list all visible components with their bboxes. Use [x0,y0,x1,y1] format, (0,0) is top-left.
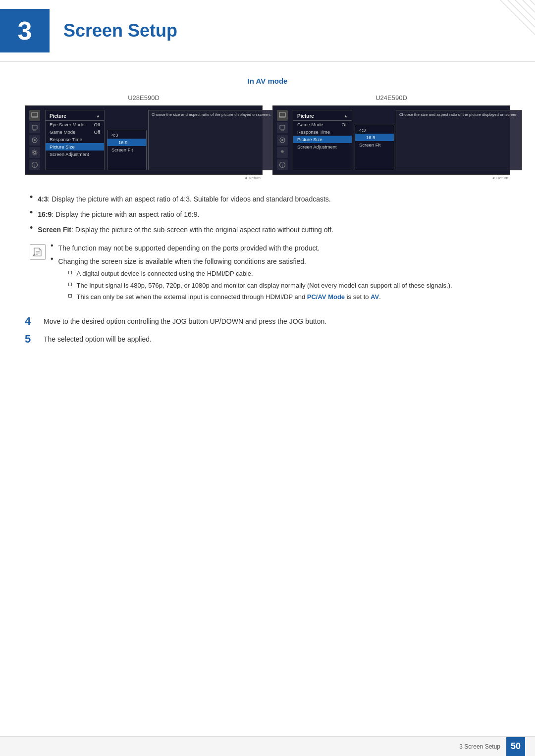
svg-point-10 [34,139,36,141]
osd-right-icon-info: i [277,159,288,170]
svg-line-1 [508,0,535,27]
osd-sub-43: 4:3 [107,131,146,139]
osd-item-eye-saver: Eye Saver ModeOff [46,121,104,128]
osd-sub-screenfit: Screen Fit [107,146,146,153]
osd-item-picture-size: Picture Size [46,143,104,151]
osd-right-item-game-mode: Game ModeOff [293,121,352,128]
note-item-2: • Changing the screen size is available … [51,256,510,304]
step-4-text: Move to the desired option controlling t… [44,315,326,327]
note-content: • The function may not be supported depe… [51,243,510,307]
osd-right-item-response-time: Response Time [293,128,352,136]
page-title: Screen Setup [63,20,177,41]
osd-icon-display [29,122,40,133]
page-footer: 3 Screen Setup 50 [0,736,535,756]
osd-right-sub-screenfit: Screen Fit [355,141,394,149]
footer-text: 3 Screen Setup [459,743,500,750]
osd-right-bottom: ◄ Return [272,176,510,180]
osd-right-submenu: 4:3 ✓16:9 Screen Fit [355,125,394,170]
osd-right-item-picture-size: Picture Size [293,136,352,143]
note-icon [30,244,46,260]
monitor-left-label: U28E590D [25,94,263,101]
osd-right-sidebar: i [277,110,291,170]
osd-icon-settings [29,147,40,158]
chapter-number: 3 [0,9,50,52]
osd-menu-header: Picture ▲ [46,112,104,121]
osd-right-icon-picture [277,110,288,121]
bullet-item-169: • 16:9: Display the picture with an aspe… [25,209,510,220]
osd-right-hint: Choose the size and aspect ratio of the … [396,110,522,170]
svg-rect-15 [280,125,285,129]
step-4-number: 4 [25,315,37,328]
svg-line-0 [500,0,535,35]
note-bullet-1: • [51,241,54,250]
bullet-dot-169: • [30,207,33,218]
bullet-item-screenfit: • Screen Fit: Display the picture of the… [25,225,510,235]
note-section: • The function may not be supported depe… [30,243,510,307]
main-content: In AV mode U28E590D [0,62,535,370]
av-mode-label: In AV mode [25,77,510,85]
bullet-text-169: 16:9: Display the picture with an aspect… [38,209,199,220]
osd-right-icon-adjust [277,135,288,146]
osd-left-panels: Picture ▲ Eye Saver ModeOff Game ModeOff… [45,110,258,170]
osd-right-sub-169: ✓16:9 [355,134,394,141]
osd-icon-adjust [29,135,40,146]
svg-rect-7 [32,125,37,129]
svg-point-18 [281,139,283,141]
osd-item-response-time: Response Time [46,136,104,143]
monitor-left: U28E590D i [25,94,263,180]
step-5-text: The selected option will be applied. [44,333,152,345]
osd-right-icon-settings [277,147,288,158]
osd-left-menu: Picture ▲ Eye Saver ModeOff Game ModeOff… [45,110,105,170]
sub-bullet-square-3 [68,294,72,298]
osd-left: i Picture ▲ Eye Saver ModeOff [25,105,263,175]
note-item-1: • The function may not be supported depe… [51,243,510,253]
svg-line-4 [530,0,535,5]
sub-bullet-1: A digital output device is connected usi… [68,269,452,279]
osd-right-panels: Picture ▲ Game ModeOff Response Time Pic… [293,110,506,170]
osd-right-menu: Picture ▲ Game ModeOff Response Time Pic… [293,110,352,170]
osd-icon-info: i [29,159,40,170]
osd-right-sub-43: 4:3 [355,126,394,134]
osd-left-sidebar: i [29,110,43,170]
sub-bullet-3: This can only be set when the external i… [68,292,452,302]
osd-sub-169: ✓16:9 [107,139,146,146]
osd-left-hint: Choose the size and aspect ratio of the … [148,110,274,170]
step-5-number: 5 [25,333,37,346]
bullet-dot-screenfit: • [30,223,33,233]
note-text-2: Changing the screen size is available wh… [58,256,452,304]
osd-right-item-screen-adj: Screen Adjustment [293,143,352,151]
svg-text:i: i [34,164,35,167]
osd-item-game-mode: Game ModeOff [46,128,104,136]
diagonal-decoration [495,0,535,44]
svg-rect-8 [33,130,36,131]
page-header: 3 Screen Setup [0,0,535,62]
bullet-text-screenfit: Screen Fit: Display the picture of the s… [38,225,333,235]
osd-item-screen-adj: Screen Adjustment [46,151,104,158]
osd-icon-picture [29,110,40,121]
svg-rect-16 [281,130,284,131]
note-text-1: The function may not be supported depend… [58,243,320,253]
osd-left-bottom: ◄ Return [25,176,263,180]
note-bullet-2: • [51,254,54,263]
sub-bullets: A digital output device is connected usi… [68,269,452,302]
step-5: 5 The selected option will be applied. [25,333,510,346]
sub-bullet-square-2 [68,283,72,286]
monitor-right: U24E590D i [272,94,510,180]
svg-text:i: i [282,164,283,167]
sub-bullet-2: The input signal is 480p, 576p, 720p, or… [68,281,452,291]
step-4: 4 Move to the desired option controlling… [25,315,510,328]
footer-page-number: 50 [506,737,525,756]
monitors-row: U28E590D i [25,94,510,180]
bullet-text-43: 4:3: Display the picture with an aspect … [38,194,330,204]
osd-right-menu-header: Picture ▲ [293,112,352,121]
sub-bullet-square-1 [68,271,72,274]
osd-right: i Picture ▲ Game ModeOff [272,105,510,175]
monitor-right-label: U24E590D [272,94,510,101]
bullet-item-43: • 4:3: Display the picture with an aspec… [25,194,510,204]
bullet-section: • 4:3: Display the picture with an aspec… [25,194,510,235]
osd-left-submenu: 4:3 ✓16:9 Screen Fit [107,130,147,170]
svg-line-3 [523,0,535,12]
svg-point-20 [282,151,283,152]
bullet-dot-43: • [30,192,33,202]
osd-right-icon-display [277,122,288,133]
